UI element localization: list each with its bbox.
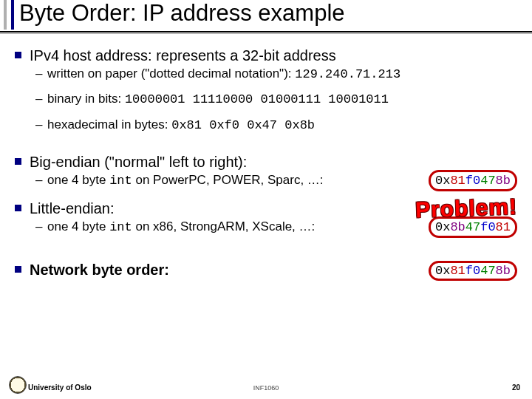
bullet-network-order: Network byte order: 0x81f0478b (15, 262, 517, 279)
sub-dotted-label: written on paper ("dotted decimal notati… (47, 66, 295, 81)
hex-byte-4: 8b (496, 264, 511, 278)
hex-byte-1: 81 (450, 174, 465, 188)
hex-byte-3: 47 (480, 174, 495, 188)
hex-byte-4: 81 (496, 220, 511, 234)
sub-dotted-value: 129.240.71.213 (295, 67, 400, 81)
sub-hex: hexadecimal in bytes: 0x81 0xf0 0x47 0x8… (15, 117, 517, 133)
hex-byte-3: f0 (480, 220, 495, 234)
hex-prefix: 0x (435, 220, 450, 234)
big-endian-hexbox: 0x81f0478b (429, 170, 517, 191)
problem-callout: Problem! (415, 194, 517, 223)
bullet-ipv4: IPv4 host address: represents a 32-bit a… (15, 47, 517, 64)
sub-binary: binary in bits: 10000001 11110000 010001… (15, 91, 517, 107)
hex-byte-2: 47 (466, 220, 480, 234)
lit-sub-post: on x86, StrongARM, XScale, …: (132, 219, 316, 233)
lit-sub-int: int (109, 220, 132, 234)
bullet-big-endian: Big-endian ("normal" left to right): (15, 154, 517, 171)
hex-prefix: 0x (435, 264, 450, 278)
title-underline-shadow (0, 33, 532, 34)
slide-title: Byte Order: IP address example (19, 0, 345, 27)
big-sub-pre: one 4 byte (47, 173, 109, 187)
sub-hex-value: 0x81 0xf0 0x47 0x8b (171, 118, 315, 132)
title-accent (4, 0, 14, 30)
hex-byte-2: f0 (466, 264, 480, 278)
hex-byte-3: 47 (480, 264, 495, 278)
big-sub-int: int (109, 174, 132, 188)
footer-page-number: 20 (512, 383, 520, 392)
sub-binary-value: 10000001 11110000 01000111 10001011 (125, 92, 389, 106)
sub-big-endian: one 4 byte int on PowerPC, POWER, Sparc,… (15, 172, 517, 188)
network-order-hexbox: 0x81f0478b (429, 261, 517, 281)
title-underline (0, 31, 532, 33)
big-sub-post: on PowerPC, POWER, Sparc, …: (132, 173, 324, 187)
net-heading: Network byte order: (30, 262, 169, 278)
hex-byte-1: 8b (450, 220, 465, 234)
slide: Byte Order: IP address example IPv4 host… (0, 0, 532, 399)
hex-prefix: 0x (435, 174, 450, 188)
hex-byte-4: 8b (496, 174, 511, 188)
hex-byte-1: 81 (450, 264, 465, 278)
lit-sub-pre: one 4 byte (47, 219, 109, 233)
sub-hex-label: hexadecimal in bytes: (47, 117, 171, 132)
content-area: IPv4 host address: represents a 32-bit a… (15, 47, 517, 279)
footer: University of Oslo INF1060 20 (0, 377, 532, 392)
sub-dotted: written on paper ("dotted decimal notati… (15, 66, 517, 82)
sub-binary-label: binary in bits: (47, 92, 125, 106)
footer-course: INF1060 (253, 384, 279, 392)
footer-university: University of Oslo (28, 383, 92, 392)
university-seal-icon (9, 376, 27, 394)
hex-byte-2: f0 (466, 174, 480, 188)
